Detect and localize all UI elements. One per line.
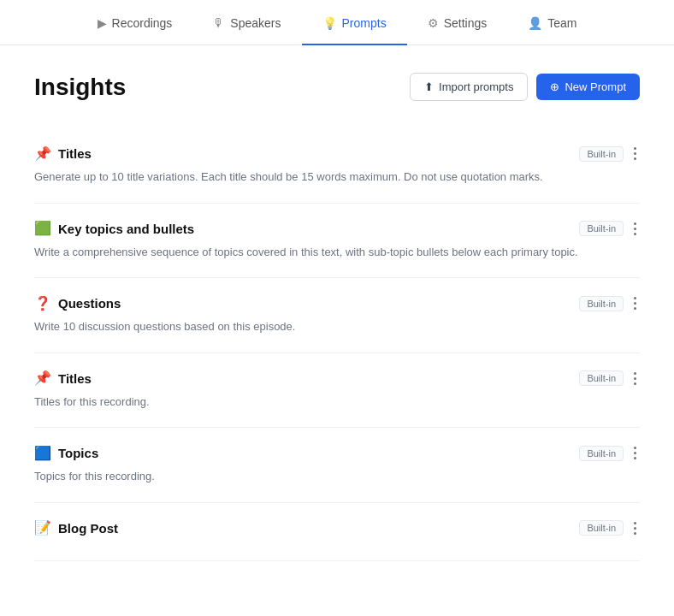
tab-label-settings: Settings [444,16,488,30]
more-dot-3 [634,532,636,535]
prompt-name-titles-2: Titles [58,371,92,386]
prompt-title-row-blog-post: 📝 Blog Post [34,521,118,536]
more-dot-2 [634,302,636,305]
prompt-title-row-titles-1: 📌 Titles [34,146,92,161]
tab-label-prompts: Prompts [342,16,387,30]
tab-icon-recordings: ▶ [98,16,107,30]
prompt-header-key-topics: 🟩 Key topics and bullets Built-in [34,221,640,237]
prompt-desc-key-topics: Write a comprehensive sequence of topics… [34,244,599,261]
built-in-badge-topics: Built-in [579,446,624,461]
more-dot-3 [634,233,636,235]
more-dot-2 [634,377,636,380]
tab-label-recordings: Recordings [112,16,173,30]
nav-tab-prompts[interactable]: 💡 Prompts [302,1,407,45]
more-dot-1 [634,447,636,449]
prompt-icon-blog-post: 📝 [34,521,51,535]
prompt-header-titles-2: 📌 Titles Built-in [34,370,640,387]
prompt-header-blog-post: 📝 Blog Post Built-in [34,520,640,536]
built-in-badge-titles-1: Built-in [579,146,624,162]
more-menu-button-titles-2[interactable] [630,370,640,387]
prompt-desc-titles-2: Titles for this recording. [34,394,599,411]
built-in-badge-blog-post: Built-in [579,520,624,536]
import-button-label: Import prompts [439,80,513,93]
prompt-actions-titles-1: Built-in [579,145,640,162]
built-in-badge-titles-2: Built-in [579,370,624,386]
prompt-actions-questions: Built-in [579,295,640,311]
more-menu-button-questions[interactable] [630,295,640,311]
plus-icon: ⊕ [550,80,559,93]
more-menu-button-topics[interactable] [630,445,640,461]
more-dot-2 [634,228,636,230]
prompt-desc-questions: Write 10 discussion questions based on t… [34,318,599,335]
prompt-item-key-topics: 🟩 Key topics and bullets Built-in Write … [34,204,640,279]
page-header: Insights ⬆ Import prompts ⊕ New Prompt [34,73,640,101]
more-dot-3 [634,307,636,310]
new-prompt-button[interactable]: ⊕ New Prompt [536,74,640,100]
prompt-desc-topics: Topics for this recording. [34,468,599,485]
prompt-item-titles-1: 📌 Titles Built-in Generate up to 10 titl… [34,128,640,204]
tab-icon-settings: ⚙ [428,16,439,30]
tab-label-speakers: Speakers [230,16,281,30]
import-icon: ⬆ [424,80,434,93]
prompt-title-row-key-topics: 🟩 Key topics and bullets [34,222,194,236]
more-dot-1 [634,297,636,299]
page-title: Insights [34,74,126,101]
prompt-icon-key-topics: 🟩 [34,222,51,235]
prompt-header-questions: ❓ Questions Built-in [34,295,640,311]
built-in-badge-key-topics: Built-in [579,221,624,236]
more-dot-1 [634,372,636,375]
main-content: Insights ⬆ Import prompts ⊕ New Prompt 📌… [0,45,674,589]
import-prompts-button[interactable]: ⬆ Import prompts [410,73,528,101]
more-menu-button-blog-post[interactable] [630,520,640,536]
prompt-name-titles-1: Titles [58,146,92,161]
prompt-name-questions: Questions [58,296,121,311]
header-actions: ⬆ Import prompts ⊕ New Prompt [410,73,640,101]
more-dot-2 [634,452,636,454]
more-dot-2 [634,527,636,530]
prompt-actions-key-topics: Built-in [579,221,640,237]
tab-icon-team: 👤 [528,16,542,30]
prompt-actions-titles-2: Built-in [579,370,640,387]
prompt-icon-topics: 🟦 [34,447,51,460]
nav-tab-settings[interactable]: ⚙ Settings [407,1,508,45]
prompt-name-key-topics: Key topics and bullets [58,222,194,236]
prompt-list: 📌 Titles Built-in Generate up to 10 titl… [34,128,640,561]
tab-label-team: Team [547,16,576,30]
prompt-name-topics: Topics [58,446,98,460]
more-dot-3 [634,382,636,385]
prompt-name-blog-post: Blog Post [58,521,118,536]
prompt-header-topics: 🟦 Topics Built-in [34,445,640,461]
prompt-icon-questions: ❓ [34,297,51,311]
prompt-item-titles-2: 📌 Titles Built-in Titles for this record… [34,353,640,429]
more-menu-button-titles-1[interactable] [630,145,640,162]
nav-tab-team[interactable]: 👤 Team [507,1,597,45]
prompt-icon-titles-2: 📌 [34,371,51,385]
prompt-item-topics: 🟦 Topics Built-in Topics for this record… [34,428,640,503]
prompt-title-row-topics: 🟦 Topics [34,446,98,460]
prompt-title-row-titles-2: 📌 Titles [34,371,92,386]
nav-tab-recordings[interactable]: ▶ Recordings [77,1,193,45]
prompt-item-blog-post: 📝 Blog Post Built-in [34,503,640,561]
more-dot-1 [634,147,636,150]
tab-icon-speakers: 🎙 [213,16,225,30]
prompt-header-titles-1: 📌 Titles Built-in [34,145,640,162]
prompt-desc-titles-1: Generate up to 10 title variations. Each… [34,169,599,186]
more-dot-1 [634,222,636,225]
prompt-item-questions: ❓ Questions Built-in Write 10 discussion… [34,278,640,353]
nav-tab-speakers[interactable]: 🎙 Speakers [192,1,301,45]
top-nav: ▶ Recordings 🎙 Speakers 💡 Prompts ⚙ Sett… [0,0,674,45]
more-dot-2 [634,152,636,155]
prompt-icon-titles-1: 📌 [34,147,51,161]
more-dot-3 [634,157,636,160]
built-in-badge-questions: Built-in [579,296,624,311]
more-dot-1 [634,522,636,524]
prompt-title-row-questions: ❓ Questions [34,296,121,311]
more-menu-button-key-topics[interactable] [630,221,640,237]
prompt-actions-topics: Built-in [579,445,640,461]
prompt-actions-blog-post: Built-in [579,520,640,536]
tab-icon-prompts: 💡 [322,16,337,30]
new-prompt-label: New Prompt [565,80,626,93]
more-dot-3 [634,457,636,459]
